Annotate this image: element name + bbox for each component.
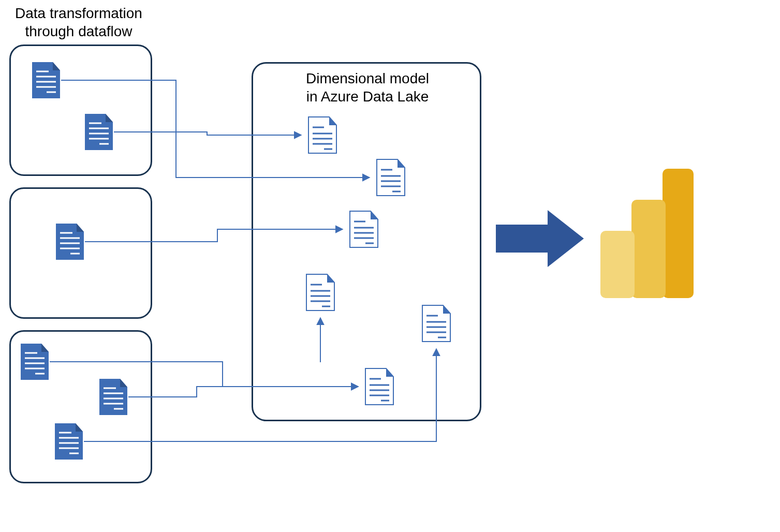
document-outline-icon bbox=[421, 304, 451, 343]
document-icon bbox=[54, 422, 84, 461]
svg-rect-62 bbox=[631, 200, 666, 298]
document-outline-icon bbox=[376, 158, 406, 197]
diagram-canvas: Data transformation through dataflow Dim… bbox=[0, 0, 780, 532]
document-icon bbox=[31, 61, 61, 99]
document-outline-icon bbox=[305, 273, 335, 312]
document-icon bbox=[98, 378, 128, 416]
document-outline-icon bbox=[349, 210, 379, 248]
document-icon bbox=[84, 113, 114, 151]
power-bi-icon bbox=[595, 164, 699, 303]
document-icon bbox=[20, 343, 50, 381]
document-outline-icon bbox=[364, 367, 394, 406]
svg-rect-61 bbox=[663, 169, 694, 298]
document-outline-icon bbox=[307, 116, 337, 154]
document-icon bbox=[55, 223, 85, 261]
svg-marker-60 bbox=[496, 210, 584, 267]
left-title: Data transformation through dataflow bbox=[11, 4, 146, 40]
svg-rect-63 bbox=[600, 231, 635, 298]
big-arrow-icon bbox=[496, 210, 584, 267]
